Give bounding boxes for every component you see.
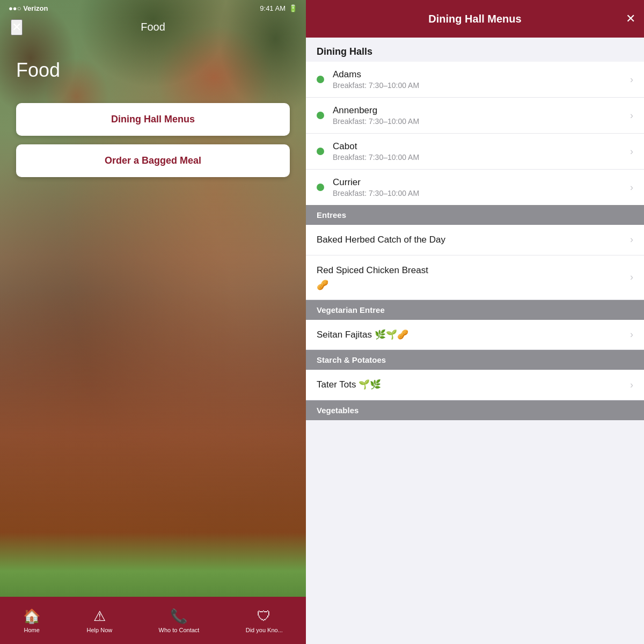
starch-section-header: Starch & Potatoes [306, 350, 644, 370]
menu-buttons-container: Dining Hall Menus Order a Bagged Meal [0, 92, 306, 188]
chevron-right-icon: › [630, 272, 633, 283]
dining-hall-hours: Breakfast: 7:30–10:00 AM [333, 153, 626, 162]
chevron-right-icon: › [630, 74, 633, 85]
status-bar: ●●○ Verizon 9:41 AM 🔋 [0, 0, 306, 17]
starch-list: Tater Tots 🌱🌿 › [306, 370, 644, 400]
entree-allergen-icons: 🥜 [317, 279, 626, 291]
entrees-list: Baked Herbed Catch of the Day › Red Spic… [306, 225, 644, 300]
chevron-right-icon: › [630, 379, 633, 391]
chevron-right-icon: › [630, 182, 633, 193]
starch-icons: 🌱🌿 [358, 379, 381, 390]
food-page-title: Food [0, 38, 306, 92]
scrollable-content: Dining Halls Adams Breakfast: 7:30–10:00… [306, 38, 644, 644]
dining-hall-name: Cabot [333, 141, 626, 152]
rp-close-button[interactable]: ✕ [626, 13, 635, 25]
chevron-right-icon: › [630, 329, 633, 340]
rp-header-title: Dining Hall Menus [428, 13, 521, 25]
entree-name: Tater Tots 🌱🌿 [317, 378, 626, 391]
tab-help-label: Help Now [87, 627, 113, 633]
list-item[interactable]: Currier Breakfast: 7:30–10:00 AM › [306, 170, 644, 205]
bottom-tab-bar: 🏠 Home ⚠ Help Now 📞 Who to Contact 🛡 Did… [0, 597, 306, 644]
grass-overlay [0, 532, 306, 597]
dining-halls-section-header: Dining Halls [306, 38, 644, 62]
tab-who-to-contact[interactable]: 📞 Who to Contact [152, 604, 206, 638]
dining-halls-list: Adams Breakfast: 7:30–10:00 AM › Annenbe… [306, 62, 644, 205]
time-text: 9:41 AM [260, 4, 286, 12]
dining-hall-menus-button[interactable]: Dining Hall Menus [16, 103, 290, 136]
nav-close-button[interactable]: ✕ [11, 19, 23, 35]
dining-hall-hours: Breakfast: 7:30–10:00 AM [333, 81, 626, 90]
open-indicator [317, 184, 324, 191]
top-nav: ✕ Food [0, 17, 306, 38]
entree-item[interactable]: Seitan Fajitas 🌿🌱🥜 › [306, 320, 644, 350]
entree-name: Seitan Fajitas 🌿🌱🥜 [317, 328, 626, 341]
entree-info: Red Spiced Chicken Breast 🥜 [317, 264, 626, 291]
nav-title: Food [141, 21, 165, 33]
shield-icon: 🛡 [257, 608, 271, 625]
order-bagged-meal-button[interactable]: Order a Bagged Meal [16, 144, 290, 177]
vegetarian-icons: 🌿🌱🥜 [375, 330, 408, 340]
left-panel: ●●○ Verizon 9:41 AM 🔋 ✕ Food Food Dining… [0, 0, 306, 644]
status-right: 9:41 AM 🔋 [260, 4, 297, 12]
tab-home-label: Home [24, 627, 40, 633]
carrier-text: ●●○ Verizon [9, 4, 48, 12]
entrees-section-header: Entrees [306, 205, 644, 225]
vegetarian-list: Seitan Fajitas 🌿🌱🥜 › [306, 320, 644, 350]
dining-hall-name: Annenberg [333, 105, 626, 116]
open-indicator [317, 76, 324, 83]
warning-icon: ⚠ [93, 608, 106, 625]
entree-info: Tater Tots 🌱🌿 [317, 378, 626, 391]
open-indicator [317, 112, 324, 119]
open-indicator [317, 148, 324, 155]
tab-contact-label: Who to Contact [159, 627, 200, 633]
entree-item[interactable]: Baked Herbed Catch of the Day › [306, 225, 644, 255]
chevron-right-icon: › [630, 234, 633, 245]
chevron-right-icon: › [630, 146, 633, 157]
right-panel: Dining Hall Menus ✕ Dining Halls Adams B… [306, 0, 644, 644]
list-item[interactable]: Cabot Breakfast: 7:30–10:00 AM › [306, 134, 644, 170]
dining-hall-info: Cabot Breakfast: 7:30–10:00 AM [333, 141, 626, 162]
vegetarian-section-header: Vegetarian Entree [306, 300, 644, 320]
dining-hall-hours: Breakfast: 7:30–10:00 AM [333, 189, 626, 197]
entree-item[interactable]: Red Spiced Chicken Breast 🥜 › [306, 255, 644, 300]
tab-help-now[interactable]: ⚠ Help Now [80, 604, 119, 638]
vegetables-section-header: Vegetables [306, 400, 644, 420]
entree-info: Seitan Fajitas 🌿🌱🥜 [317, 328, 626, 341]
dining-hall-name: Adams [333, 69, 626, 80]
tab-home[interactable]: 🏠 Home [17, 604, 47, 638]
dining-hall-name: Currier [333, 177, 626, 188]
phone-icon: 📞 [170, 608, 187, 625]
list-item[interactable]: Adams Breakfast: 7:30–10:00 AM › [306, 62, 644, 98]
entree-name: Baked Herbed Catch of the Day [317, 233, 626, 246]
tab-did-you-know[interactable]: 🛡 Did you Kno... [239, 604, 289, 638]
chevron-right-icon: › [630, 110, 633, 121]
list-item[interactable]: Annenberg Breakfast: 7:30–10:00 AM › [306, 98, 644, 134]
dining-hall-hours: Breakfast: 7:30–10:00 AM [333, 117, 626, 126]
dining-hall-info: Currier Breakfast: 7:30–10:00 AM [333, 177, 626, 197]
entree-item[interactable]: Tater Tots 🌱🌿 › [306, 370, 644, 400]
entree-info: Baked Herbed Catch of the Day [317, 233, 626, 246]
rp-header: Dining Hall Menus ✕ [306, 0, 644, 38]
dining-hall-info: Annenberg Breakfast: 7:30–10:00 AM [333, 105, 626, 126]
entree-name: Red Spiced Chicken Breast [317, 264, 626, 277]
dining-hall-info: Adams Breakfast: 7:30–10:00 AM [333, 69, 626, 90]
battery-icon: 🔋 [289, 4, 297, 12]
home-icon: 🏠 [23, 608, 40, 625]
tab-didyouknow-label: Did you Kno... [246, 627, 283, 633]
